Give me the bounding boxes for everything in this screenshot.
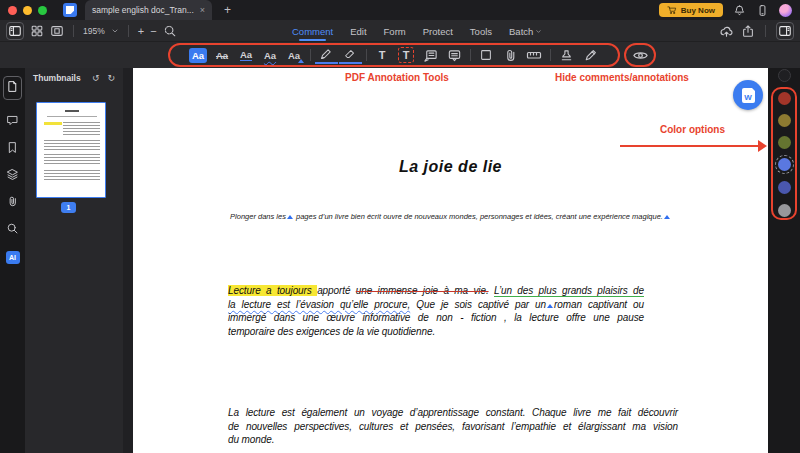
eraser-tool[interactable] (339, 46, 362, 64)
color-swatch-green[interactable] (778, 136, 791, 149)
squiggly-underline-tool[interactable]: Aa (259, 46, 282, 64)
ai-assistant-button[interactable]: AI (6, 251, 20, 264)
zoom-window-button[interactable] (38, 6, 47, 15)
layers-panel-button[interactable] (6, 168, 19, 181)
rotate-left-icon[interactable]: ↺ (92, 73, 100, 83)
titlebar: sample english doc_Tran... × + Buy Now (0, 0, 800, 20)
paperclip-icon (503, 48, 518, 63)
notifications-bell-icon[interactable] (733, 4, 746, 17)
mobile-device-icon[interactable] (756, 4, 769, 17)
caret-insert-tool[interactable]: Aa (283, 46, 306, 64)
strikethrough-tool[interactable]: Aa (211, 46, 234, 64)
buy-now-button[interactable]: Buy Now (659, 3, 723, 17)
sticky-note-tool[interactable] (443, 46, 466, 64)
annotation-toolbar: Aa Aa Aa Aa Aa (0, 42, 800, 68)
share-icon[interactable] (741, 24, 755, 38)
menu-batch-label: Batch (509, 26, 533, 37)
document-subtitle: Plonger dans les pages d’un livre bien é… (133, 212, 768, 221)
page-thumbnail[interactable] (36, 102, 106, 198)
typewriter-tool-active[interactable]: T (395, 46, 418, 64)
menu-comment[interactable]: Comment (292, 26, 333, 37)
thumbnails-panel: Thumbnails ↺ ↻ 1 (25, 68, 123, 453)
color-swatch-gray[interactable] (778, 204, 791, 217)
search-panel-button[interactable] (6, 222, 19, 235)
green-underlined-text: L’un des plus grands plaisirs de (494, 285, 644, 296)
color-swatch-indigo[interactable] (778, 181, 791, 194)
ruler-icon (526, 47, 542, 63)
pencil-icon (319, 47, 333, 61)
shape-tool[interactable] (475, 46, 498, 64)
color-swatch-red[interactable] (778, 92, 791, 105)
color-options-label: Color options (660, 124, 725, 135)
square-icon (479, 48, 493, 62)
paperclip-icon (6, 195, 19, 208)
close-window-button[interactable] (8, 6, 17, 15)
stamp-tool[interactable] (555, 46, 578, 64)
buy-now-label: Buy Now (681, 6, 715, 15)
annotation-tools-callout: Aa Aa Aa Aa Aa (168, 43, 620, 67)
zoom-chevron-down-icon[interactable] (111, 27, 119, 35)
menu-form[interactable]: Form (384, 26, 406, 37)
paragraph-plain: La lecture est également un voyage d’app… (228, 406, 678, 447)
thumbnails-panel-button[interactable] (3, 76, 22, 100)
measure-tool[interactable] (523, 46, 546, 64)
eye-icon[interactable] (632, 47, 649, 64)
color-swatch-blue-selected[interactable] (778, 158, 791, 171)
menu-tools[interactable]: Tools (470, 26, 492, 37)
grid-view-icon[interactable] (30, 24, 44, 38)
attachments-panel-button[interactable] (6, 195, 19, 208)
highlight-tool-glyph: Aa (189, 48, 207, 63)
layers-icon (6, 168, 19, 181)
attachment-tool[interactable] (499, 46, 522, 64)
document-page[interactable]: PDF Annotation Tools Hide comments/annot… (133, 68, 768, 453)
callout-icon (423, 48, 438, 63)
annotation-tools-label: PDF Annotation Tools (345, 72, 449, 83)
zoom-in-button[interactable]: + (138, 26, 144, 36)
page-number-badge: 1 (61, 202, 76, 213)
view-toolbar: 195% + − Comment Edit Form Protect Tools… (0, 20, 800, 42)
panel-right-icon (778, 24, 792, 38)
new-tab-button[interactable]: + (224, 3, 231, 17)
stamp-icon (559, 48, 574, 63)
pdf-editor-window: sample english doc_Tran... × + Buy Now (0, 0, 800, 453)
minimize-window-button[interactable] (23, 6, 32, 15)
zoom-out-button[interactable]: − (150, 26, 156, 36)
single-page-view-icon[interactable] (50, 24, 64, 38)
menu-protect[interactable]: Protect (423, 26, 453, 37)
marquee-zoom-icon[interactable] (163, 24, 177, 38)
right-panel-toggle-button[interactable] (776, 22, 794, 40)
rotate-right-icon[interactable]: ↻ (107, 73, 115, 83)
caret-annotation-icon (287, 215, 293, 219)
cloud-upload-icon[interactable] (719, 24, 734, 39)
menu-edit[interactable]: Edit (350, 26, 366, 37)
signature-pen-icon (583, 48, 598, 63)
convert-to-word-button[interactable]: W (733, 80, 763, 110)
highlight-tool[interactable]: Aa (187, 46, 210, 64)
tab-close-icon[interactable]: × (200, 5, 205, 15)
user-avatar[interactable] (779, 4, 792, 17)
callout-arrow (620, 145, 760, 147)
paragraph-annotated: Lecture a toujours apporté une immense j… (228, 284, 644, 338)
left-icon-rail: AI (0, 68, 25, 453)
bookmarks-panel-button[interactable] (6, 141, 19, 154)
app-logo (63, 3, 77, 17)
search-icon (6, 222, 19, 235)
main-menu: Comment Edit Form Protect Tools Batch (292, 20, 542, 42)
color-swatch-black[interactable] (778, 69, 791, 82)
signature-tool[interactable] (579, 46, 602, 64)
bookmark-icon (6, 141, 19, 154)
eraser-icon (343, 47, 357, 61)
comments-panel-button[interactable] (6, 114, 19, 127)
zoom-level-value[interactable]: 195% (83, 26, 105, 36)
color-swatch-yellow[interactable] (778, 114, 791, 127)
sidebar-toggle-button[interactable] (6, 22, 24, 40)
callout-tool[interactable] (419, 46, 442, 64)
pencil-tool[interactable] (315, 46, 338, 64)
textbox-tool[interactable]: T (371, 46, 394, 64)
menu-batch[interactable]: Batch (509, 26, 542, 37)
underline-tool[interactable]: Aa (235, 46, 258, 64)
comment-icon (6, 114, 19, 127)
document-tab[interactable]: sample english doc_Tran... × (85, 0, 212, 20)
chevron-down-icon (535, 28, 542, 35)
callout-arrow-head (758, 140, 767, 152)
